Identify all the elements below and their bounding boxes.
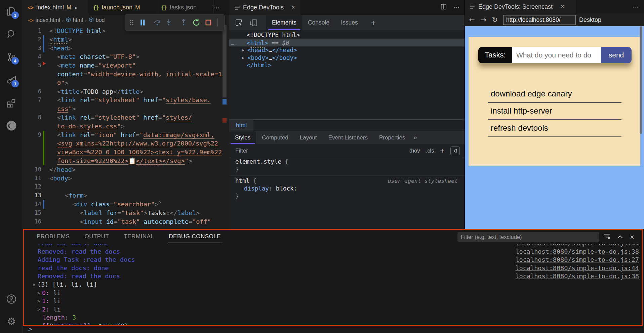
url-input[interactable] bbox=[503, 15, 576, 25]
code-line[interactable]: 4<meta charset="UTF-8"> bbox=[23, 52, 229, 61]
styles-tab-event-listeners[interactable]: Event Listeners bbox=[323, 131, 373, 144]
reload-icon[interactable]: ↻ bbox=[489, 16, 500, 24]
todo-item[interactable]: download edge canary bbox=[488, 86, 621, 103]
console-row[interactable]: length: 3 bbox=[24, 314, 642, 322]
todo-item[interactable]: install http-server bbox=[488, 103, 621, 120]
code-line[interactable]: 3<head> bbox=[23, 44, 229, 53]
more-actions-icon[interactable]: ⋯ bbox=[632, 0, 639, 13]
close-icon[interactable]: × bbox=[291, 4, 295, 11]
settings-gear-icon[interactable]: ⚙ bbox=[3, 313, 19, 329]
scrollbar-thumb[interactable] bbox=[223, 25, 227, 97]
styles-tab-styles[interactable]: Styles bbox=[229, 131, 256, 144]
code-line[interactable]: 13<form> bbox=[23, 191, 229, 200]
code-line[interactable]: 5<meta name="viewport" bbox=[23, 61, 229, 70]
console-row[interactable]: read the docs: donelocalhost:8080/simple… bbox=[24, 264, 642, 273]
editor-more-actions-icon[interactable]: ⋯ bbox=[213, 0, 220, 15]
code-line[interactable]: 12 bbox=[23, 182, 229, 191]
devtools-tab-console[interactable]: Console bbox=[302, 15, 335, 30]
style-rule-element[interactable]: element.style { bbox=[229, 158, 465, 166]
debug-toolbar[interactable] bbox=[125, 14, 225, 31]
dom-tree[interactable]: <!DOCTYPE html>…<html> == $0▶<head>…</he… bbox=[229, 30, 465, 119]
inspect-element-icon[interactable] bbox=[234, 18, 244, 28]
tab-edge-devtools[interactable]: Edge DevTools × bbox=[229, 0, 300, 15]
devtools-tab-issues[interactable]: Issues bbox=[335, 15, 364, 30]
more-actions-icon[interactable]: ⋯ bbox=[453, 4, 460, 11]
code-line[interactable]: 16<input id="task" autocomplete="off" bbox=[23, 217, 229, 226]
debug-console-output[interactable]: read the docs: donelocalhost:8080/simple… bbox=[24, 244, 642, 325]
step-out-icon[interactable] bbox=[179, 18, 188, 27]
console-row[interactable]: >1: li bbox=[24, 297, 642, 305]
close-icon[interactable]: × bbox=[561, 3, 564, 10]
screencast-viewport[interactable]: Tasks: send download edge canaryinstall … bbox=[465, 26, 644, 229]
console-row[interactable]: ∨(3) [li, li, li] bbox=[24, 281, 642, 289]
style-rule-html[interactable]: html {user agent stylesheet bbox=[229, 177, 465, 185]
close-panel-icon[interactable]: × bbox=[630, 233, 634, 242]
console-row[interactable]: >[[Prototype]]: Array(0) bbox=[24, 322, 642, 325]
console-row[interactable]: >2: li bbox=[24, 305, 642, 314]
tab-screencast[interactable]: Edge DevTools: Screencast × bbox=[465, 0, 576, 13]
console-row[interactable]: >0: li bbox=[24, 289, 642, 297]
console-row[interactable]: Adding Task :read the docslocalhost:8080… bbox=[24, 256, 642, 264]
styles-filter-input[interactable]: Filter bbox=[229, 148, 410, 154]
explorer-icon[interactable]: 1 bbox=[3, 3, 19, 19]
code-line[interactable]: to-do-styles.css"> bbox=[23, 122, 229, 131]
editor-tab-tasks.json[interactable]: {}tasks.json bbox=[156, 0, 214, 15]
code-line[interactable]: 0"> bbox=[23, 79, 229, 87]
expand-twisty-icon[interactable]: > bbox=[35, 322, 42, 325]
maximize-panel-icon[interactable] bbox=[617, 234, 623, 241]
console-filter-input[interactable] bbox=[457, 232, 599, 242]
tab-overflow-icon[interactable]: » bbox=[413, 131, 417, 144]
toggle-class-button[interactable]: .cls bbox=[426, 148, 434, 154]
expand-twisty-icon[interactable]: > bbox=[35, 289, 42, 297]
console-input-prompt[interactable]: > bbox=[28, 325, 32, 333]
code-line[interactable]: css"> bbox=[23, 105, 229, 113]
dom-node[interactable]: ▶<body>…</body> bbox=[229, 54, 465, 62]
console-row[interactable]: read the docs: donelocalhost:8080/simple… bbox=[24, 244, 642, 248]
dom-node[interactable]: …<html> == $0 bbox=[229, 39, 465, 47]
task-input[interactable] bbox=[512, 47, 601, 63]
dom-node[interactable]: ▶<head>…</head> bbox=[229, 46, 465, 54]
breadcrumb-item[interactable]: html bbox=[73, 17, 83, 23]
source-control-icon[interactable]: 4 bbox=[3, 49, 19, 65]
filter-icon[interactable] bbox=[604, 233, 610, 241]
twisty-icon[interactable]: ▶ bbox=[239, 46, 247, 54]
panel-tab-terminal[interactable]: TERMINAL bbox=[123, 230, 155, 243]
source-link[interactable]: localhost:8080/simple-to-do.js:44 bbox=[515, 264, 639, 273]
console-row[interactable]: Removed: read the docslocalhost:8080/sim… bbox=[24, 248, 642, 256]
code-line[interactable]: 11<body> bbox=[23, 174, 229, 183]
styles-tab-computed[interactable]: Computed bbox=[256, 131, 294, 144]
code-line[interactable]: viewBox=%220 0 100 100%22><text y=%22.9e… bbox=[23, 148, 229, 157]
code-line[interactable]: 14<div class="searchbar">` bbox=[23, 200, 229, 209]
search-icon[interactable] bbox=[3, 26, 19, 42]
new-style-rule-icon[interactable]: + bbox=[440, 147, 444, 155]
devtools-tab-elements[interactable]: Elements bbox=[266, 15, 302, 30]
back-icon[interactable]: ← bbox=[466, 16, 478, 24]
style-property[interactable]: display: block; bbox=[229, 185, 465, 193]
overview-ruler[interactable] bbox=[222, 25, 227, 229]
panel-tab-output[interactable]: OUTPUT bbox=[84, 230, 110, 243]
emulation-mode-label[interactable]: Desktop bbox=[579, 16, 601, 24]
page-scrollbar[interactable] bbox=[640, 26, 642, 134]
dom-node[interactable]: <!DOCTYPE html> bbox=[229, 31, 465, 39]
expand-twisty-icon[interactable]: > bbox=[35, 297, 42, 305]
code-line[interactable]: <svg xmlns=%22http://www.w3.org/2000/svg… bbox=[23, 139, 229, 148]
code-line[interactable]: 8<link rel="stylesheet" href="styles/ bbox=[23, 113, 229, 122]
twisty-icon[interactable]: ▶ bbox=[239, 54, 247, 62]
styles-tab-properties[interactable]: Properties bbox=[373, 131, 411, 144]
source-link[interactable]: localhost:8080/simple-to-do.js:27 bbox=[515, 256, 639, 264]
editor-tab-index.html[interactable]: <>index.htmlM● bbox=[23, 0, 88, 15]
step-into-icon[interactable] bbox=[164, 18, 173, 27]
add-tool-icon[interactable]: + bbox=[371, 15, 376, 30]
toggle-hover-state-button[interactable]: :hov bbox=[410, 148, 420, 154]
source-link[interactable]: localhost:8080/simple-to-do.js:38 bbox=[515, 272, 639, 281]
styles-tab-layout[interactable]: Layout bbox=[294, 131, 323, 144]
drag-grip-icon[interactable] bbox=[127, 18, 136, 27]
source-link[interactable]: localhost:8080/simple-to-do.js:38 bbox=[515, 248, 639, 256]
code-line[interactable]: 2<html> bbox=[23, 35, 229, 44]
dom-node[interactable]: </html> bbox=[229, 61, 465, 69]
source-link[interactable]: localhost:8080/simple-to-do.js:44 bbox=[515, 244, 639, 248]
panel-tab-problems[interactable]: PROBLEMS bbox=[36, 230, 70, 243]
code-line[interactable]: content="width=device-width, initial-sca… bbox=[23, 70, 229, 79]
account-icon[interactable] bbox=[3, 291, 19, 307]
restart-icon[interactable] bbox=[192, 18, 201, 27]
